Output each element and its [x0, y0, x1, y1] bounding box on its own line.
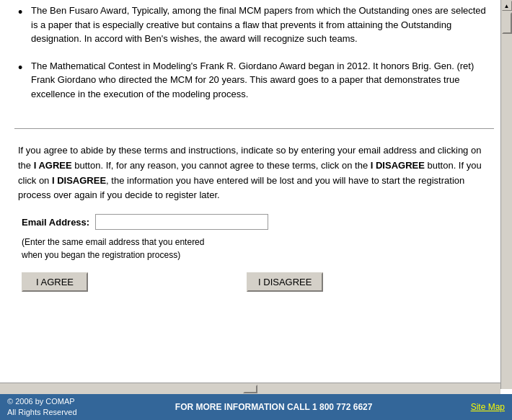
- email-label: Email Address:: [22, 217, 89, 228]
- agree-section: If you agree to abide by these terms and…: [7, 140, 501, 303]
- section-divider: [14, 128, 494, 129]
- copyright-text: © 2006 by COMAP: [7, 397, 75, 406]
- sitemap-link[interactable]: Site Map: [471, 402, 505, 412]
- bullet-item-ben-fusaro: • The Ben Fusaro Award, Typically, among…: [14, 4, 494, 46]
- agree-bold-2: I DISAGREE: [371, 160, 425, 171]
- h-scrollbar-thumb[interactable]: [243, 385, 257, 393]
- agree-button[interactable]: I AGREE: [22, 272, 88, 292]
- bullet-dot-2: •: [18, 59, 31, 77]
- disagree-button[interactable]: I DISAGREE: [247, 272, 323, 292]
- scroll-up-arrow[interactable]: ▲: [502, 1, 512, 11]
- agree-text-mid1: button. If, for any reason, you cannot a…: [72, 160, 371, 171]
- horizontal-scrollbar[interactable]: [0, 383, 500, 394]
- rights-text: All Rights Reserved: [7, 408, 77, 416]
- agree-paragraph: If you agree to abide by these terms and…: [18, 143, 490, 203]
- footer-phone: FOR MORE INFORMATION CALL 1 800 772 6627: [77, 402, 471, 412]
- vertical-scrollbar[interactable]: ▲: [500, 0, 512, 389]
- email-input[interactable]: [95, 214, 268, 230]
- email-row: Email Address:: [18, 214, 490, 230]
- agree-bold-3: I DISAGREE: [52, 175, 106, 186]
- email-hint: (Enter the same email address that you e…: [22, 236, 490, 262]
- scrollbar-thumb[interactable]: [502, 12, 512, 34]
- footer-copyright: © 2006 by COMAP All Rights Reserved: [7, 396, 77, 419]
- mathematical-contest-text: The Mathematical Contest in Modeling's F…: [31, 59, 494, 102]
- button-row: I AGREE I DISAGREE: [18, 272, 490, 292]
- bullet-item-mathematical-contest: • The Mathematical Contest in Modeling's…: [14, 59, 494, 102]
- footer: © 2006 by COMAP All Rights Reserved FOR …: [0, 394, 512, 420]
- bullet-dot: •: [18, 4, 31, 22]
- ben-fusaro-text: The Ben Fusaro Award, Typically, among t…: [31, 4, 494, 46]
- agree-bold-1: I AGREE: [34, 160, 72, 171]
